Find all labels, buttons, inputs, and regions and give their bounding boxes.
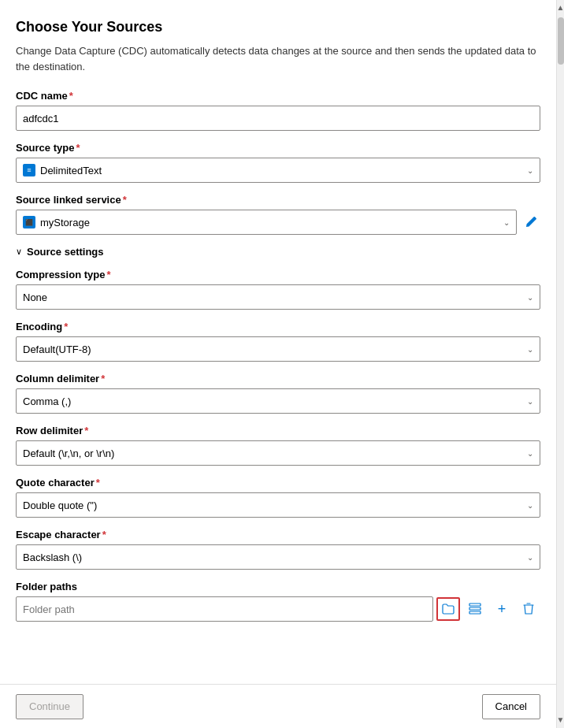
svg-rect-0 (469, 604, 481, 606)
folder-paths-section: Folder paths + (16, 581, 540, 622)
delimited-text-icon: ≡ (23, 164, 35, 176)
column-delimiter-group: Column delimiter* Comma (,) ⌄ (16, 373, 540, 414)
column-delimiter-chevron: ⌄ (527, 397, 533, 406)
footer: Continue Cancel (0, 684, 556, 728)
row-delimiter-group: Row delimiter* Default (\r,\n, or \r\n) … (16, 425, 540, 466)
quote-character-select[interactable]: Double quote (") ⌄ (16, 492, 540, 518)
column-delimiter-select-wrapper: Comma (,) ⌄ (16, 388, 540, 414)
page-title: Choose Your Sources (16, 19, 540, 35)
escape-character-select[interactable]: Backslash (\) ⌄ (16, 544, 540, 570)
column-delimiter-select[interactable]: Comma (,) ⌄ (16, 388, 540, 414)
quote-character-group: Quote character* Double quote (") ⌄ (16, 477, 540, 518)
cdc-name-label: CDC name* (16, 90, 540, 102)
encoding-select-wrapper: Default(UTF-8) ⌄ (16, 336, 540, 362)
cdc-name-group: CDC name* (16, 90, 540, 131)
edit-linked-service-button[interactable] (521, 213, 540, 232)
source-settings-chevron: ∨ (16, 247, 22, 257)
row-delimiter-select[interactable]: Default (\r,\n, or \r\n) ⌄ (16, 440, 540, 466)
source-type-select-wrapper: ≡ DelimitedText ⌄ (16, 158, 540, 183)
folder-path-row: + (16, 596, 540, 622)
encoding-label: Encoding* (16, 321, 540, 332)
source-settings-label: Source settings (27, 246, 104, 258)
add-path-button[interactable]: + (490, 597, 514, 621)
source-linked-service-wrapper: ⬛ myStorage ⌄ (16, 210, 540, 235)
source-type-select[interactable]: ≡ DelimitedText ⌄ (16, 158, 540, 183)
compression-type-select-wrapper: None ⌄ (16, 284, 540, 310)
scrollbar[interactable]: ▲ ▼ (556, 0, 564, 728)
storage-icon: ⬛ (23, 216, 35, 228)
escape-character-select-wrapper: Backslash (\) ⌄ (16, 544, 540, 570)
source-linked-service-label: Source linked service* (16, 194, 540, 206)
encoding-select[interactable]: Default(UTF-8) ⌄ (16, 336, 540, 362)
row-delimiter-select-wrapper: Default (\r,\n, or \r\n) ⌄ (16, 440, 540, 466)
source-linked-service-group: Source linked service* ⬛ myStorage ⌄ (16, 194, 540, 235)
page-description: Change Data Capture (CDC) automatically … (16, 43, 540, 74)
encoding-chevron: ⌄ (527, 345, 533, 354)
row-delimiter-chevron: ⌄ (527, 449, 533, 458)
folder-paths-label: Folder paths (16, 581, 540, 592)
escape-character-chevron: ⌄ (527, 553, 533, 562)
source-linked-service-select[interactable]: ⬛ myStorage ⌄ (16, 210, 517, 235)
source-linked-service-select-container: ⬛ myStorage ⌄ (16, 210, 517, 235)
quote-character-select-wrapper: Double quote (") ⌄ (16, 492, 540, 518)
cancel-button[interactable]: Cancel (482, 694, 540, 719)
svg-rect-2 (469, 611, 481, 614)
encoding-group: Encoding* Default(UTF-8) ⌄ (16, 321, 540, 362)
compression-type-select[interactable]: None ⌄ (16, 284, 540, 310)
continue-button[interactable]: Continue (16, 694, 83, 719)
delete-path-button[interactable] (517, 597, 540, 621)
schema-button[interactable] (463, 597, 487, 621)
escape-character-label: Escape character* (16, 529, 540, 540)
source-type-group: Source type* ≡ DelimitedText ⌄ (16, 142, 540, 183)
folder-path-input[interactable] (16, 596, 433, 622)
source-type-label: Source type* (16, 142, 540, 154)
escape-character-group: Escape character* Backslash (\) ⌄ (16, 529, 540, 570)
column-delimiter-label: Column delimiter* (16, 373, 540, 384)
scroll-down-arrow[interactable]: ▼ (557, 714, 564, 726)
compression-type-group: Compression type* None ⌄ (16, 269, 540, 310)
source-type-chevron: ⌄ (527, 166, 533, 175)
browse-folder-button[interactable] (436, 597, 460, 621)
required-star: * (69, 90, 73, 102)
source-linked-service-chevron: ⌄ (503, 218, 510, 227)
quote-character-chevron: ⌄ (527, 501, 533, 510)
quote-character-label: Quote character* (16, 477, 540, 488)
compression-chevron: ⌄ (527, 293, 533, 302)
row-delimiter-label: Row delimiter* (16, 425, 540, 436)
svg-rect-1 (469, 607, 481, 610)
scrollbar-thumb[interactable] (558, 17, 564, 65)
compression-type-label: Compression type* (16, 269, 540, 280)
cdc-name-input[interactable] (16, 106, 540, 131)
source-settings-section[interactable]: ∨ Source settings (16, 246, 540, 258)
scroll-up-arrow[interactable]: ▲ (557, 2, 564, 14)
